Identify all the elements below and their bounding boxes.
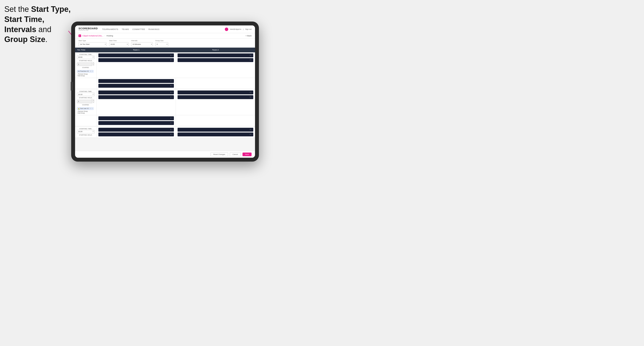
group-size-select[interactable]: 1 2 3 4 xyxy=(155,42,168,46)
start-type-wrapper: 1st Tee Start Shotgun Start 10th Tee Sta… xyxy=(78,42,106,46)
breadcrumb-separator: › xyxy=(105,35,105,37)
group-2-remove-group[interactable]: ○ Remove Group xyxy=(77,111,95,112)
player-remove-btn[interactable]: ✕ ○ xyxy=(170,122,173,124)
course-options-1[interactable]: ≡ xyxy=(92,70,92,72)
group-1-hole-stepper: 123 ▲ ▼ xyxy=(77,62,95,66)
group-3-team2-player-1: ✕ ○ xyxy=(178,128,253,132)
group-1-course-player-2: ✕ ○ xyxy=(98,84,174,88)
group-1-team2-players: ✕ ○ ✕ ○ xyxy=(176,52,255,63)
player-remove-btn[interactable]: ✕ ○ xyxy=(250,96,252,98)
player-remove-btn[interactable]: ✕ ○ xyxy=(250,92,252,93)
user-avatar xyxy=(225,27,228,31)
instruction-line4-bold: Group Size xyxy=(4,35,45,44)
group-3: STARTING TIME: ⏱ STARTING HOLE: ✕ ○ xyxy=(75,127,255,138)
course-remove-1[interactable]: ✕ xyxy=(90,70,91,72)
stepper-down-1[interactable]: ▼ xyxy=(92,64,95,66)
player-remove-btn[interactable]: ✕ ○ xyxy=(250,129,252,131)
nav-rankings[interactable]: RANKINGS xyxy=(148,28,160,30)
nav-separator: | xyxy=(243,28,244,30)
instruction-line3-bold: Intervals xyxy=(4,25,36,34)
settings-row: Start Type 1st Tee Start Shotgun Start 1… xyxy=(78,40,252,46)
group-1-starting-hole-label: STARTING HOLE: xyxy=(77,60,95,61)
group-2-course-player-1: ✕ ○ xyxy=(98,116,174,120)
group-size-label: Group Size xyxy=(155,40,168,41)
player-remove-btn[interactable]: ✕ ○ xyxy=(170,85,173,87)
intervals-wrapper: 5 Minutes 10 Minutes 15 Minutes 20 Minut… xyxy=(131,42,153,46)
group-2-course-player-2: ✕ ○ xyxy=(98,121,174,125)
stepper-up-2[interactable]: ▲ xyxy=(92,99,95,101)
reset-changes-button[interactable]: Reset Changes xyxy=(210,152,228,157)
group-1-team1-players: ✕ ○ ✕ ○ xyxy=(97,52,176,63)
stepper-arrows-2: ▲ ▼ xyxy=(92,99,95,103)
start-time-wrapper: 10:00 10:10 10:20 xyxy=(109,42,128,46)
group-3-starting-time-input[interactable] xyxy=(77,130,95,133)
player-remove-btn[interactable]: ✕ ○ xyxy=(170,129,173,131)
settings-bar: Start Type 1st Tee Start Shotgun Start 1… xyxy=(75,38,255,48)
tablet-side-button[interactable] xyxy=(71,82,73,90)
group-1-add-group[interactable]: + Add Group xyxy=(77,75,95,76)
player-remove-btn[interactable]: ✕ ○ xyxy=(250,134,252,135)
instruction-line1: Set the Start Type, xyxy=(4,5,70,13)
group-2-team2-players: ✕ ○ ✕ ○ xyxy=(176,89,255,115)
player-remove-btn[interactable]: ✕ ○ xyxy=(170,96,173,98)
tournament-name[interactable]: Clippd Invitational (Ma... xyxy=(82,35,103,37)
cancel-button[interactable]: Cancel xyxy=(230,152,241,157)
start-time-label: Start Time xyxy=(109,40,128,41)
group-1-starting-time-input-wrapper: ⏱ xyxy=(77,56,95,59)
course-options-2[interactable]: ≡ xyxy=(92,108,92,109)
nav-teams[interactable]: TEAMS xyxy=(122,28,129,30)
back-link[interactable]: < Back xyxy=(246,35,252,37)
intervals-select[interactable]: 5 Minutes 10 Minutes 15 Minutes 20 Minut… xyxy=(131,42,153,46)
group-2-time-wrapper: ⏱ xyxy=(77,93,95,96)
group-2-starting-time-input[interactable] xyxy=(77,93,95,96)
group-1: STARTING TIME: ⏱ STARTING HOLE: 123 ▲ xyxy=(75,52,255,89)
start-type-select[interactable]: 1st Tee Start Shotgun Start 10th Tee Sta… xyxy=(78,42,106,46)
player-remove-btn[interactable]: ✕ ○ xyxy=(250,59,252,61)
player-remove-btn[interactable]: ✕ ○ xyxy=(250,54,252,56)
clock-icon-2: ⏱ xyxy=(92,94,94,95)
group-2: STARTING TIME: ⏱ STARTING HOLE: 123 ▲ xyxy=(75,89,255,126)
save-button[interactable]: Save xyxy=(242,153,252,156)
group-1-left-panel: STARTING TIME: ⏱ STARTING HOLE: 123 ▲ xyxy=(75,52,97,78)
group-1-player-row-1: STARTING TIME: ⏱ STARTING HOLE: 123 ▲ xyxy=(75,52,255,78)
player-remove-btn[interactable]: ✕ ○ xyxy=(170,54,173,56)
group-3-team1-player-1: ✕ ○ xyxy=(98,128,174,132)
group-1-starting-time-label: STARTING TIME: xyxy=(77,54,95,55)
logo-area: SCOREBOARD Powered by clipp... xyxy=(78,27,98,31)
group-1-team2-player-2: ✕ ○ xyxy=(178,58,253,62)
stepper-up-1[interactable]: ▲ xyxy=(92,62,95,64)
group-2-starting-hole-label: STARTING HOLE: xyxy=(77,97,95,98)
tablet-frame: SCOREBOARD Powered by clipp... TOURNAMEN… xyxy=(71,21,259,162)
stepper-down-2[interactable]: ▼ xyxy=(92,101,95,103)
group-3-team2-player-2: ✕ ○ xyxy=(178,133,253,136)
start-time-select[interactable]: 10:00 10:10 10:20 xyxy=(109,42,128,46)
player-remove-btn[interactable]: ✕ ○ xyxy=(170,59,173,61)
group-size-field: Group Size 1 2 3 4 xyxy=(155,40,168,46)
group-1-course-players: ✕ ○ ✕ ○ xyxy=(97,78,176,89)
group-1-starting-time-input[interactable] xyxy=(77,56,95,59)
group-1-remove-group[interactable]: ○ Remove Group xyxy=(77,73,95,75)
player-remove-btn[interactable]: ✕ ○ xyxy=(170,80,173,82)
group-2-team1-player-1: ✕ ○ xyxy=(98,90,174,94)
group-2-starting-time-label: STARTING TIME: xyxy=(77,91,95,92)
nav-tournaments[interactable]: TOURNAMENTS xyxy=(102,28,118,30)
group-size-wrapper: 1 2 3 4 xyxy=(155,42,168,46)
group-3-team1-players: ✕ ○ ✕ ○ xyxy=(97,127,176,138)
group-1-team1-player-2: ✕ ○ xyxy=(98,58,174,62)
group-2-empty-right xyxy=(176,115,255,126)
logo-text: SCOREBOARD xyxy=(78,27,98,30)
instruction-line4-normal: . xyxy=(45,35,48,44)
player-remove-btn[interactable]: ✕ ○ xyxy=(170,92,173,93)
logo-sub: Powered by clipp... xyxy=(78,30,98,31)
group-2-course-value: ⛳ East Lake GC ✕ ≡ xyxy=(77,107,94,110)
course-remove-2[interactable]: ✕ xyxy=(90,108,91,109)
instruction-text: Set the Start Type, Start Time, Interval… xyxy=(4,4,71,45)
player-remove-btn[interactable]: ✕ ○ xyxy=(170,134,173,135)
sign-out-link[interactable]: Sign out xyxy=(245,28,252,30)
nav-committee[interactable]: COMMITTEE xyxy=(132,28,145,30)
group-2-add-group[interactable]: + Add Group xyxy=(77,112,95,114)
breadcrumb-bar: C Clippd Invitational (Ma... › Hosting <… xyxy=(75,33,255,38)
group-2-course-tag: ⛳ East Lake GC ✕ ≡ xyxy=(77,106,95,110)
tablet-screen: SCOREBOARD Powered by clipp... TOURNAMEN… xyxy=(75,25,255,158)
player-remove-btn[interactable]: ✕ ○ xyxy=(170,117,173,119)
